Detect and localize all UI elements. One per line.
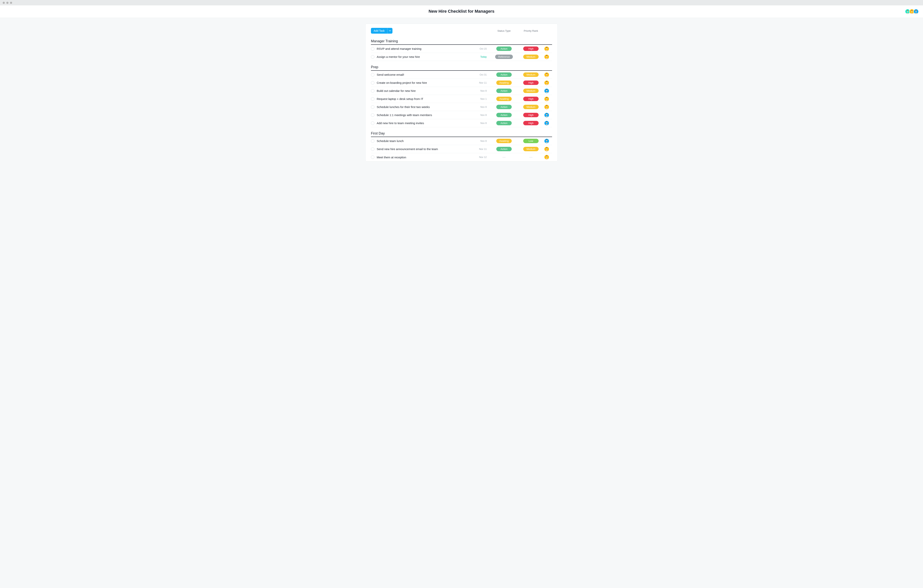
- complete-task-checkbox[interactable]: [371, 121, 374, 125]
- task-assignee-cell[interactable]: [544, 113, 552, 117]
- priority-pill[interactable]: High: [523, 113, 539, 117]
- task-row[interactable]: Schedule lunches for their first two wee…: [371, 103, 552, 111]
- task-due-date[interactable]: Oct 15: [473, 47, 491, 50]
- status-pill[interactable]: Awaiting: [496, 97, 512, 101]
- task-title[interactable]: Schedule team lunch: [377, 139, 473, 142]
- task-title[interactable]: Meet them at reception: [377, 156, 473, 159]
- assignee-avatar[interactable]: [544, 121, 549, 126]
- assignee-avatar[interactable]: [544, 88, 549, 93]
- task-status-cell[interactable]: Action: [491, 147, 517, 151]
- task-title[interactable]: Create on-boarding project for new hire: [377, 81, 473, 84]
- complete-task-checkbox[interactable]: [371, 139, 374, 143]
- task-priority-cell[interactable]: High: [517, 80, 544, 85]
- priority-pill[interactable]: Medium: [523, 54, 539, 59]
- complete-task-checkbox[interactable]: [371, 105, 374, 109]
- complete-task-checkbox[interactable]: [371, 47, 374, 51]
- assignee-avatar[interactable]: [544, 80, 549, 85]
- status-pill[interactable]: Action: [496, 113, 512, 117]
- task-status-cell[interactable]: Reference: [491, 54, 517, 59]
- assignee-avatar[interactable]: [544, 46, 549, 51]
- member-avatar[interactable]: [913, 9, 919, 14]
- task-priority-cell[interactable]: Medium: [517, 54, 544, 59]
- task-priority-cell[interactable]: High: [517, 46, 544, 51]
- task-title[interactable]: Build out calendar for new hire: [377, 89, 473, 92]
- task-assignee-cell[interactable]: [544, 46, 552, 51]
- task-due-date[interactable]: Nov 8: [473, 90, 491, 92]
- complete-task-checkbox[interactable]: [371, 89, 374, 93]
- task-title[interactable]: Schedule 1:1 meetings with team members: [377, 113, 473, 116]
- task-row[interactable]: Meet them at receptionNov 12——: [371, 153, 552, 161]
- section-header[interactable]: Manager Training: [371, 39, 552, 45]
- task-priority-cell[interactable]: Medium: [517, 105, 544, 109]
- priority-pill[interactable]: Medium: [523, 72, 539, 77]
- task-assignee-cell[interactable]: [544, 54, 552, 59]
- complete-task-checkbox[interactable]: [371, 156, 374, 159]
- task-assignee-cell[interactable]: [544, 155, 552, 159]
- task-due-date[interactable]: Nov 8: [473, 114, 491, 116]
- status-pill[interactable]: Awaiting: [496, 80, 512, 85]
- task-priority-cell[interactable]: Medium: [517, 147, 544, 151]
- assignee-avatar[interactable]: [544, 72, 549, 77]
- task-assignee-cell[interactable]: [544, 97, 552, 101]
- task-due-date[interactable]: Oct 31: [473, 74, 491, 76]
- task-status-cell[interactable]: Action: [491, 72, 517, 77]
- assignee-avatar[interactable]: [544, 155, 549, 159]
- column-header-priority[interactable]: Priority Rank: [517, 29, 544, 32]
- task-title[interactable]: Send new hire announcement email to the …: [377, 147, 473, 151]
- status-pill[interactable]: Action: [496, 46, 512, 51]
- task-due-date[interactable]: Nov 8: [473, 140, 491, 142]
- status-pill[interactable]: Reference: [495, 54, 513, 59]
- task-title[interactable]: Add new hire to team meeting invites: [377, 121, 473, 125]
- task-title[interactable]: Schedule lunches for their first two wee…: [377, 105, 473, 108]
- task-status-cell[interactable]: Action: [491, 46, 517, 51]
- complete-task-checkbox[interactable]: [371, 55, 374, 59]
- task-due-date[interactable]: Nov 1: [473, 98, 491, 100]
- priority-pill[interactable]: Medium: [523, 88, 539, 93]
- complete-task-checkbox[interactable]: [371, 147, 374, 151]
- task-due-date[interactable]: Nov 8: [473, 106, 491, 108]
- task-title[interactable]: RSVP and attend manager training: [377, 47, 473, 50]
- task-priority-cell[interactable]: Low: [517, 139, 544, 143]
- task-assignee-cell[interactable]: [544, 121, 552, 126]
- task-assignee-cell[interactable]: [544, 72, 552, 77]
- task-assignee-cell[interactable]: [544, 147, 552, 151]
- task-priority-cell[interactable]: High: [517, 97, 544, 101]
- add-task-split-button[interactable]: Add Task: [371, 28, 393, 34]
- task-row[interactable]: Send welcome email!Oct 31ActionMedium: [371, 71, 552, 79]
- task-title[interactable]: Assign a mentor for your new hire: [377, 55, 473, 58]
- priority-pill[interactable]: High: [523, 97, 539, 101]
- assignee-avatar[interactable]: [544, 147, 549, 151]
- task-row[interactable]: Create on-boarding project for new hireN…: [371, 79, 552, 87]
- assignee-avatar[interactable]: [544, 97, 549, 101]
- task-status-cell[interactable]: Action: [491, 113, 517, 117]
- priority-pill[interactable]: Low: [523, 139, 539, 143]
- task-row[interactable]: Schedule 1:1 meetings with team membersN…: [371, 111, 552, 119]
- priority-pill[interactable]: Medium: [523, 147, 539, 151]
- task-row[interactable]: Send new hire announcement email to the …: [371, 145, 552, 153]
- task-title[interactable]: Request laptop + desk setup from IT: [377, 97, 473, 100]
- task-due-date[interactable]: Nov 12: [473, 156, 491, 159]
- priority-pill[interactable]: High: [523, 46, 539, 51]
- header-avatars[interactable]: [906, 9, 919, 14]
- task-row[interactable]: Assign a mentor for your new hireTodayRe…: [371, 53, 552, 61]
- assignee-avatar[interactable]: [544, 105, 549, 109]
- task-status-cell[interactable]: Awaiting: [491, 139, 517, 143]
- status-pill[interactable]: Action: [496, 88, 512, 93]
- task-assignee-cell[interactable]: [544, 80, 552, 85]
- task-status-cell[interactable]: Awaiting: [491, 80, 517, 85]
- task-row[interactable]: Schedule team lunchNov 8AwaitingLow: [371, 137, 552, 145]
- task-title[interactable]: Send welcome email!: [377, 73, 473, 76]
- task-due-date[interactable]: Today: [473, 56, 491, 58]
- assignee-avatar[interactable]: [544, 54, 549, 59]
- status-pill[interactable]: Action: [496, 105, 512, 109]
- assignee-avatar[interactable]: [544, 113, 549, 117]
- task-due-date[interactable]: Nov 11: [473, 148, 491, 151]
- task-row[interactable]: RSVP and attend manager trainingOct 15Ac…: [371, 45, 552, 53]
- task-row[interactable]: Build out calendar for new hireNov 8Acti…: [371, 87, 552, 95]
- task-assignee-cell[interactable]: [544, 139, 552, 143]
- assignee-avatar[interactable]: [544, 139, 549, 143]
- task-status-cell[interactable]: —: [491, 156, 517, 159]
- priority-pill[interactable]: Medium: [523, 105, 539, 109]
- priority-pill[interactable]: High: [523, 121, 539, 125]
- task-status-cell[interactable]: Action: [491, 88, 517, 93]
